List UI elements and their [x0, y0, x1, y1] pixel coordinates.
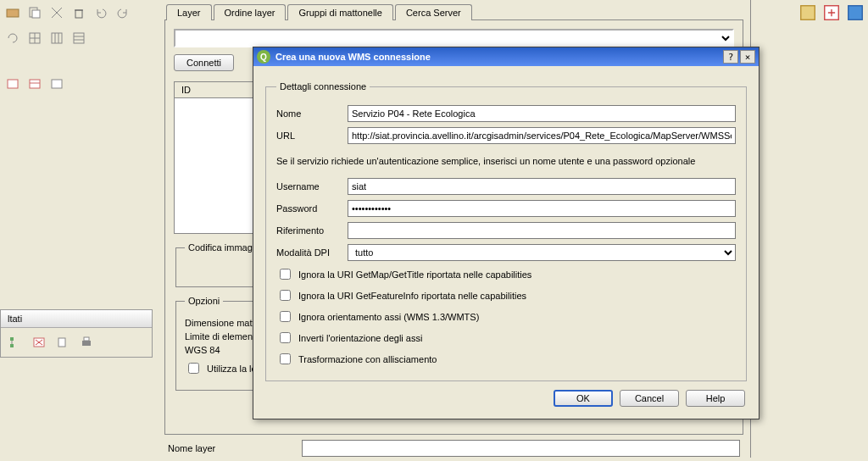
wms-connection-dialog: Q Crea una nuova WMS connessione ? × Det… — [253, 47, 760, 419]
tool-icon-1[interactable] — [798, 3, 817, 22]
tool-icon-3[interactable] — [846, 3, 865, 22]
chk-invert-axis[interactable] — [280, 332, 291, 343]
username-label: Username — [276, 181, 348, 192]
chk-ignore-getfeature-label: Ignora la URI GetFeatureInfo riportata n… — [298, 291, 526, 301]
scissors-icon[interactable] — [47, 3, 66, 22]
svg-rect-27 — [849, 6, 863, 20]
password-input[interactable] — [348, 200, 736, 217]
svg-rect-11 — [74, 33, 84, 43]
chk-ignore-axis[interactable] — [280, 311, 291, 322]
table3-icon[interactable] — [47, 75, 66, 93]
username-input[interactable] — [348, 178, 736, 195]
chk-ignore-getmap[interactable] — [280, 269, 291, 280]
tool-icon-2[interactable] — [822, 3, 841, 22]
results-panel: ltati — [0, 309, 153, 358]
left-toolbar-area — [0, 0, 153, 461]
svg-rect-23 — [82, 341, 91, 346]
details-legend: Dettagli connessione — [276, 81, 370, 92]
svg-rect-18 — [10, 337, 14, 341]
clear-icon[interactable] — [30, 333, 48, 352]
grid2-icon[interactable] — [47, 29, 66, 47]
url-label: URL — [276, 131, 348, 141]
opzioni-legend: Opzioni — [185, 296, 223, 306]
tab-ordine-layer[interactable]: Ordine layer — [214, 4, 287, 20]
svg-rect-22 — [58, 338, 65, 347]
ok-button[interactable]: OK — [554, 390, 613, 407]
copy-icon[interactable] — [25, 3, 44, 22]
toolbar-row-3 — [0, 71, 153, 97]
chk-smooth-transform-label: Trasformazione con allisciamento — [298, 354, 437, 364]
svg-rect-25 — [801, 6, 815, 20]
dialog-titlebar[interactable]: Q Crea una nuova WMS connessione ? × — [253, 47, 759, 66]
right-icon-bar — [798, 3, 865, 22]
auth-info-text: Se il servizio richiede un'autenticazion… — [276, 156, 736, 166]
tree-icon[interactable] — [6, 333, 25, 352]
svg-rect-14 — [8, 80, 18, 88]
chk-smooth-transform[interactable] — [280, 353, 291, 364]
wgs-label: WGS 84 — [185, 345, 220, 355]
svg-rect-19 — [10, 344, 14, 347]
nome-input[interactable] — [348, 105, 736, 122]
table-icon[interactable] — [3, 75, 22, 93]
dialog-button-row: OK Cancel Help — [264, 381, 748, 408]
svg-rect-17 — [52, 80, 62, 88]
svg-rect-15 — [30, 80, 40, 88]
dpi-select[interactable]: tutto — [348, 244, 736, 261]
dialog-help-button[interactable]: Help — [686, 390, 745, 407]
dialog-close-icon[interactable]: × — [740, 50, 755, 64]
results-toolbar — [1, 328, 152, 357]
url-input[interactable] — [348, 127, 736, 144]
tab-layer[interactable]: Layer — [166, 4, 212, 20]
nome-label: Nome — [276, 108, 348, 119]
nome-layer-label: Nome layer — [168, 443, 295, 453]
svg-rect-2 — [32, 10, 40, 18]
chk-ignore-getfeature[interactable] — [280, 290, 291, 301]
undo-icon[interactable] — [92, 3, 110, 22]
dialog-title: Crea una nuova WMS connessione — [275, 52, 721, 62]
connection-details-fieldset: Dettagli connessione Nome URL Se il serv… — [265, 81, 747, 381]
grid3-icon[interactable] — [70, 29, 88, 47]
svg-rect-3 — [75, 10, 82, 18]
tab-gruppi-mattonelle[interactable]: Gruppi di mattonelle — [287, 4, 392, 20]
toolbar-row-2 — [0, 25, 153, 51]
refresh-icon[interactable] — [3, 29, 22, 47]
legenda-checkbox[interactable] — [188, 363, 199, 374]
connection-combo[interactable] — [174, 29, 734, 47]
riferimento-label: Riferimento — [276, 225, 348, 236]
dialog-icon: Q — [257, 50, 270, 64]
password-label: Password — [276, 203, 348, 214]
connetti-button[interactable]: Connetti — [174, 54, 234, 71]
trash-icon[interactable] — [70, 3, 88, 22]
dialog-body: Dettagli connessione Nome URL Se il serv… — [253, 66, 759, 419]
dpi-label: Modalità DPI — [276, 247, 348, 258]
svg-rect-8 — [52, 33, 62, 43]
tab-strip: Layer Ordine layer Gruppi di mattonelle … — [158, 3, 750, 19]
cancel-button[interactable]: Cancel — [620, 390, 679, 407]
table2-icon[interactable] — [25, 75, 44, 93]
riferimento-input[interactable] — [348, 222, 736, 239]
chk-ignore-axis-label: Ignora orientamento assi (WMS 1.3/WMTS) — [298, 312, 479, 322]
tab-cerca-server[interactable]: Cerca Server — [395, 4, 472, 20]
copy2-icon[interactable] — [53, 333, 72, 352]
chk-ignore-getmap-label: Ignora la URI GetMap/GetTitle riportata … — [298, 269, 531, 280]
svg-rect-0 — [7, 9, 19, 17]
nome-layer-input[interactable] — [302, 440, 740, 457]
grid-icon[interactable] — [25, 29, 44, 47]
folder-icon[interactable] — [3, 3, 22, 22]
results-header: ltati — [1, 310, 152, 328]
dialog-help-icon[interactable]: ? — [723, 50, 738, 64]
chk-invert-axis-label: Inverti l'orientazione degli assi — [298, 333, 422, 343]
redo-icon[interactable] — [114, 3, 132, 22]
print-icon[interactable] — [77, 333, 96, 352]
toolbar-row-1 — [0, 0, 153, 25]
svg-rect-24 — [84, 337, 89, 341]
